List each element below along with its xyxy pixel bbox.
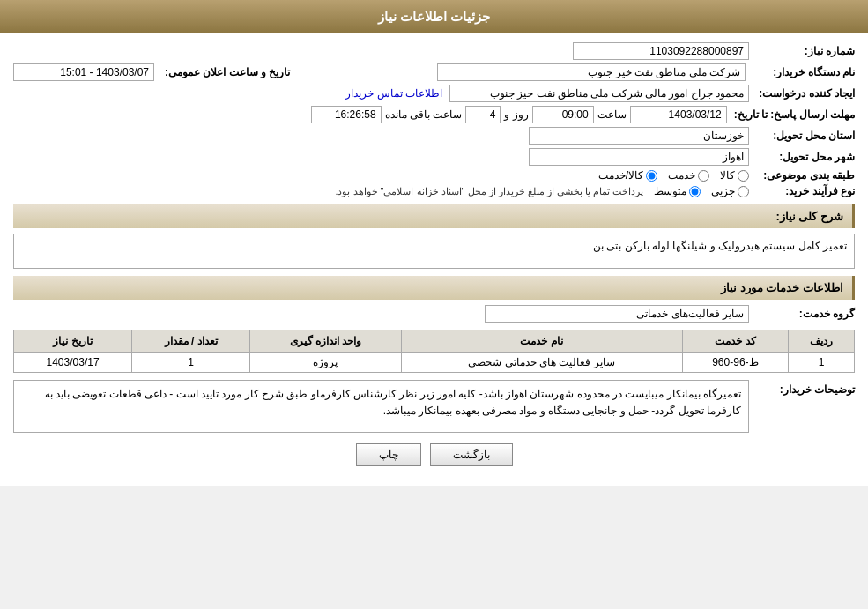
col-service-code: کد خدمت	[682, 330, 789, 353]
need-number-value: 1103092288000897	[573, 42, 749, 60]
cat-khedmat-radio[interactable]	[698, 170, 709, 182]
need-desc-row: تعمیر کامل سیستم هیدرولیک و شیلنگها لوله…	[13, 234, 855, 269]
col-unit: واحد اندازه گیری	[250, 330, 402, 353]
services-header-label: اطلاعات خدمات مورد نیاز	[721, 281, 843, 294]
back-button[interactable]: بازگشت	[430, 443, 513, 466]
service-table-head: ردیف کد خدمت نام خدمت واحد اندازه گیری ت…	[14, 330, 855, 353]
cell-service-name: سایر فعالیت های خدماتی شخصی	[401, 353, 682, 373]
purchase-type-note: پرداخت تمام یا بخشی از مبلغ خریدار از مح…	[335, 186, 643, 197]
table-row: 1 ط-96-960 سایر فعالیت های خدماتی شخصی پ…	[14, 353, 855, 373]
province-label: استان محل تحویل:	[749, 130, 855, 142]
city-row: شهر محل تحویل: اهواز	[13, 148, 855, 166]
announcement-label: تاریخ و ساعت اعلان عمومی:	[158, 66, 290, 78]
cat-khedmat-label: خدمت	[668, 169, 695, 182]
reply-time: 09:00	[532, 106, 594, 123]
creator-row: ایجاد کننده درخواست: محمود جراح امور مال…	[13, 85, 855, 102]
days-label: روز و	[504, 108, 528, 121]
buyer-desc-label: توضیحات خریدار:	[749, 380, 855, 396]
cell-unit: پروژه	[250, 353, 402, 373]
service-group-label: گروه خدمت:	[749, 308, 855, 320]
purchase-type-row: نوع فرآیند خرید: جزیی متوسط پرداخت تمام …	[13, 185, 855, 197]
remain-label: ساعت باقی مانده	[385, 108, 463, 121]
col-date: تاریخ نیاز	[14, 330, 132, 353]
type-jozii: جزیی	[711, 185, 749, 197]
page-container: جزئیات اطلاعات نیاز شماره نیاز: 11030922…	[0, 0, 868, 486]
content-area: شماره نیاز: 1103092288000897 نام دستگاه …	[0, 33, 868, 486]
deadline-row: مهلت ارسال پاسخ: تا تاریخ: 1403/03/12 سا…	[13, 106, 855, 123]
purchase-type-radio-group: جزیی متوسط	[654, 185, 749, 197]
time-label: ساعت	[597, 108, 627, 121]
org-announcement-row: نام دستگاه خریدار: شرکت ملی مناطق نفت خی…	[13, 63, 855, 81]
service-group-value: سایر فعالیت‌های خدماتی	[485, 305, 749, 323]
purchase-type-label: نوع فرآیند خرید:	[749, 185, 855, 197]
need-desc-value: تعمیر کامل سیستم هیدرولیک و شیلنگها لوله…	[13, 234, 855, 269]
need-number-row: شماره نیاز: 1103092288000897	[13, 42, 855, 60]
type-motavasset: متوسط	[654, 185, 701, 197]
need-desc-header-label: شرح کلی نیاز:	[775, 210, 843, 223]
type-jozii-label: جزیی	[711, 185, 735, 197]
announcement-value: 1403/03/07 - 15:01	[13, 63, 154, 81]
reply-remain: 16:26:58	[311, 106, 382, 123]
contact-link[interactable]: اطلاعات تماس خریدار	[345, 87, 442, 100]
creator-value: محمود جراح امور مالی شرکت ملی مناطق نفت …	[449, 85, 749, 102]
type-jozii-radio[interactable]	[738, 186, 749, 197]
buyer-desc-row: توضیحات خریدار: تعمیرگاه بیمانکار میبایس…	[13, 380, 855, 433]
deadline-label: مهلت ارسال پاسخ: تا تاریخ:	[727, 108, 855, 121]
buyer-org-label: نام دستگاه خریدار:	[749, 66, 855, 78]
need-desc-section-header: شرح کلی نیاز:	[13, 204, 855, 228]
service-table: ردیف کد خدمت نام خدمت واحد اندازه گیری ت…	[13, 330, 855, 373]
cell-date: 1403/03/17	[14, 353, 132, 373]
cat-khedmat: خدمت	[668, 169, 709, 182]
print-button[interactable]: چاپ	[356, 443, 421, 466]
cat-both-radio[interactable]	[646, 170, 657, 182]
province-value: خوزستان	[529, 127, 749, 145]
col-qty: تعداد / مقدار	[132, 330, 250, 353]
reply-days: 4	[465, 106, 501, 123]
province-row: استان محل تحویل: خوزستان	[13, 127, 855, 145]
cell-row-num: 1	[789, 353, 855, 373]
category-row: طبقه بندی موضوعی: کالا خدمت کالا/خدمت	[13, 169, 855, 182]
category-label: طبقه بندی موضوعی:	[749, 169, 855, 182]
cat-kala: کالا	[720, 169, 749, 182]
cat-kala-label: کالا	[720, 169, 735, 182]
creator-label: ایجاد کننده درخواست:	[749, 87, 855, 100]
buyer-org-value: شرکت ملی مناطق نفت خیز جنوب	[437, 63, 746, 81]
cat-kala-khedmat: کالا/خدمت	[598, 169, 657, 182]
cat-both-label: کالا/خدمت	[598, 169, 643, 182]
reply-date: 1403/03/12	[630, 106, 727, 123]
service-table-body: 1 ط-96-960 سایر فعالیت های خدماتی شخصی پ…	[14, 353, 855, 373]
page-title: جزئیات اطلاعات نیاز	[378, 9, 490, 24]
cell-qty: 1	[132, 353, 250, 373]
page-header: جزئیات اطلاعات نیاز	[0, 0, 868, 33]
buyer-desc-value: تعمیرگاه بیمانکار میبایست در محدوده شهرس…	[13, 380, 749, 433]
city-value: اهواز	[529, 148, 749, 166]
table-header-row: ردیف کد خدمت نام خدمت واحد اندازه گیری ت…	[14, 330, 855, 353]
col-row-num: ردیف	[789, 330, 855, 353]
button-row: بازگشت چاپ	[13, 443, 855, 466]
category-radio-group: کالا خدمت کالا/خدمت	[598, 169, 749, 182]
need-number-label: شماره نیاز:	[749, 45, 855, 57]
services-section-header: اطلاعات خدمات مورد نیاز	[13, 276, 855, 300]
col-service-name: نام خدمت	[401, 330, 682, 353]
service-group-row: گروه خدمت: سایر فعالیت‌های خدماتی	[13, 305, 855, 323]
cat-kala-radio[interactable]	[738, 170, 749, 182]
cell-service-code: ط-96-960	[682, 353, 789, 373]
city-label: شهر محل تحویل:	[749, 151, 855, 163]
type-motavasset-label: متوسط	[654, 185, 686, 197]
type-motavasset-radio[interactable]	[689, 186, 701, 197]
